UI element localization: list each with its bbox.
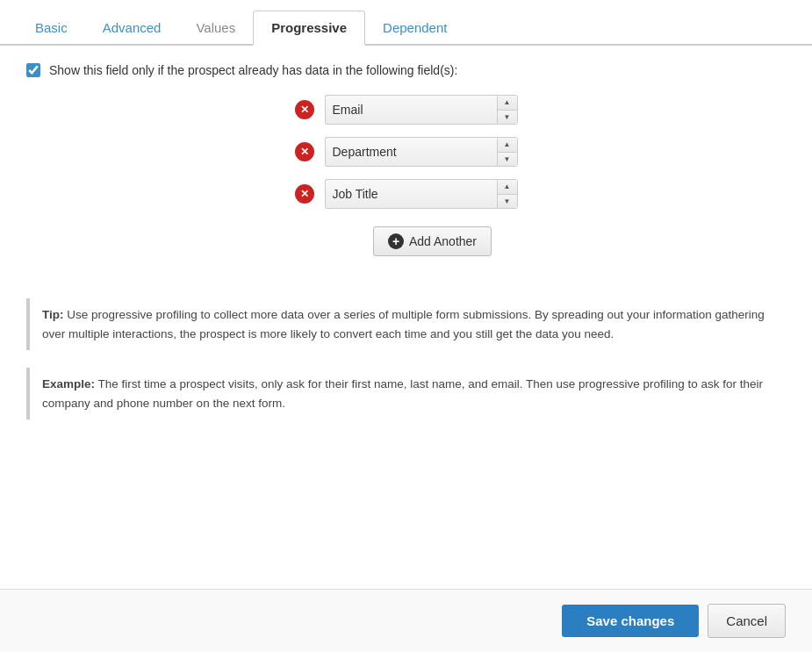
field-2-spinners: ▲ ▼ [497, 137, 518, 167]
field-3-select[interactable]: Email Department Job Title First Name La… [325, 179, 497, 209]
tab-values[interactable]: Values [178, 11, 253, 46]
field-2-select-container: Email Department Job Title First Name La… [325, 137, 518, 167]
remove-field-2-button[interactable] [295, 142, 314, 161]
tip-text: Use progressive profiling to collect mor… [42, 308, 765, 340]
field-1-spinners: ▲ ▼ [497, 95, 518, 125]
field-3-spinner-down[interactable]: ▼ [498, 195, 517, 209]
field-row-1: Email Department Job Title First Name La… [295, 95, 518, 125]
field-row-3: Email Department Job Title First Name La… [295, 179, 518, 209]
tab-bar: Basic Advanced Values Progressive Depend… [0, 0, 812, 46]
remove-field-1-button[interactable] [295, 100, 314, 119]
field-1-select[interactable]: Email Department Job Title First Name La… [325, 95, 497, 125]
add-another-container: + Add Another [26, 226, 786, 277]
footer: Save changes Cancel [0, 589, 812, 652]
field-3-spinner-up[interactable]: ▲ [498, 180, 517, 195]
fields-area: Email Department Job Title First Name La… [26, 95, 786, 209]
field-1-spinner-down[interactable]: ▼ [498, 111, 517, 125]
example-text: The first time a prospect visits, only a… [42, 377, 763, 410]
field-2-spinner-up[interactable]: ▲ [498, 138, 517, 153]
tab-basic[interactable]: Basic [18, 11, 85, 46]
tip-bold: Tip: [42, 308, 64, 321]
show-field-label: Show this field only if the prospect alr… [49, 63, 457, 77]
show-field-checkbox[interactable] [26, 63, 40, 77]
cancel-button[interactable]: Cancel [708, 604, 786, 638]
field-2-select[interactable]: Email Department Job Title First Name La… [325, 137, 497, 167]
tab-progressive[interactable]: Progressive [253, 11, 365, 46]
show-field-checkbox-row: Show this field only if the prospect alr… [26, 63, 786, 77]
field-3-spinners: ▲ ▼ [497, 179, 518, 209]
tab-advanced[interactable]: Advanced [85, 11, 179, 46]
add-another-label: Add Another [409, 234, 477, 248]
save-changes-button[interactable]: Save changes [562, 605, 699, 637]
field-row-2: Email Department Job Title First Name La… [295, 137, 518, 167]
tab-dependent[interactable]: Dependent [365, 11, 464, 46]
field-1-spinner-up[interactable]: ▲ [498, 96, 517, 111]
tip-section: Tip: Use progressive profiling to collec… [26, 298, 786, 350]
plus-circle-icon: + [388, 233, 404, 249]
example-section: Example: The first time a prospect visit… [26, 368, 786, 419]
add-another-button[interactable]: + Add Another [373, 226, 492, 256]
main-content: Show this field only if the prospect alr… [0, 46, 812, 589]
remove-field-3-button[interactable] [295, 184, 314, 204]
field-3-select-container: Email Department Job Title First Name La… [325, 179, 518, 209]
field-2-spinner-down[interactable]: ▼ [498, 153, 517, 167]
field-1-select-container: Email Department Job Title First Name La… [325, 95, 518, 125]
example-bold: Example: [42, 377, 95, 390]
